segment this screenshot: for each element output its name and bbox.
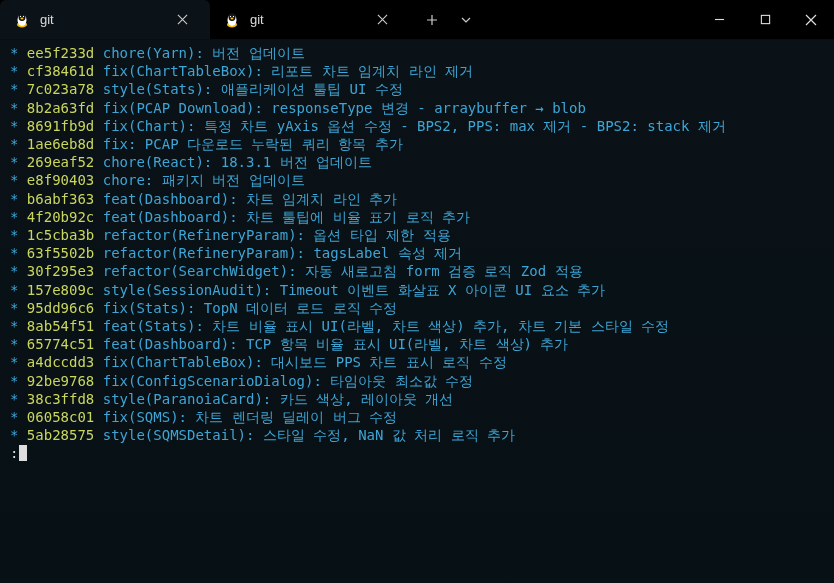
git-log-line: *: [10, 263, 27, 279]
commit-message: chore: 패키지 버전 업데이트: [94, 172, 304, 188]
svg-rect-12: [761, 15, 769, 23]
commit-hash: 63f5502b: [27, 245, 94, 261]
close-button[interactable]: [788, 0, 834, 40]
svg-point-10: [233, 15, 234, 16]
tab-strip: git git: [0, 0, 696, 39]
git-log-line: *: [10, 118, 27, 134]
maximize-button[interactable]: [742, 0, 788, 40]
commit-message: style(Stats): 애플리케이션 툴팁 UI 수정: [94, 81, 403, 97]
commit-message: refactor(SearchWidget): 자동 새로고침 form 검증 …: [94, 263, 582, 279]
tab-actions: [410, 0, 482, 39]
tux-icon: [14, 12, 30, 28]
commit-message: refactor(RefineryParam): 옵션 타입 제한 적용: [94, 227, 450, 243]
minimize-button[interactable]: [696, 0, 742, 40]
svg-point-3: [20, 15, 21, 16]
commit-hash: a4dccdd3: [27, 354, 94, 370]
commit-message: refactor(RefineryParam): tagsLabel 속성 제거: [94, 245, 462, 261]
git-log-line: *: [10, 45, 27, 61]
commit-message: style(ParanoiaCard): 카드 색상, 레이아웃 개선: [94, 391, 453, 407]
commit-hash: 7c023a78: [27, 81, 94, 97]
commit-hash: 95dd96c6: [27, 300, 94, 316]
git-log-line: *: [10, 227, 27, 243]
commit-message: fix(SQMS): 차트 렌더링 딜레이 버그 수정: [94, 409, 397, 425]
git-log-line: *: [10, 391, 27, 407]
commit-message: feat(Stats): 차트 비율 표시 UI(라벨, 차트 색상) 추가, …: [94, 318, 669, 334]
tab-title: git: [250, 12, 264, 27]
commit-hash: b6abf363: [27, 191, 94, 207]
new-tab-button[interactable]: [416, 4, 448, 36]
commit-hash: 1ae6eb8d: [27, 136, 94, 152]
commit-message: feat(Dashboard): TCP 항목 비율 표시 UI(라벨, 차트 …: [94, 336, 568, 352]
close-icon[interactable]: [368, 6, 396, 34]
tux-icon: [224, 12, 240, 28]
commit-message: feat(Dashboard): 차트 툴팁에 비율 표기 로직 추가: [94, 209, 470, 225]
git-log-line: *: [10, 154, 27, 170]
tab-git-active[interactable]: git: [0, 0, 210, 39]
commit-hash: 8b2a63fd: [27, 100, 94, 116]
svg-point-9: [230, 15, 231, 16]
git-log-line: *: [10, 354, 27, 370]
commit-hash: 06058c01: [27, 409, 94, 425]
commit-hash: 8ab54f51: [27, 318, 94, 334]
git-log-line: *: [10, 81, 27, 97]
commit-message: fix(Chart): 특정 차트 yAxis 옵션 수정 - BPS2, PP…: [94, 118, 726, 134]
terminal-output[interactable]: * ee5f233d chore(Yarn): 버전 업데이트 * cf3846…: [0, 40, 834, 583]
tab-dropdown-button[interactable]: [450, 4, 482, 36]
svg-point-5: [21, 17, 24, 19]
commit-hash: 5ab28575: [27, 427, 94, 443]
git-log-line: *: [10, 427, 27, 443]
pager-prompt: :: [10, 445, 18, 461]
commit-hash: 92be9768: [27, 373, 94, 389]
commit-hash: 4f20b92c: [27, 209, 94, 225]
commit-message: fix(ChartTableBox): 대시보드 PPS 차트 표시 로직 수정: [94, 354, 506, 370]
commit-message: chore(React): 18.3.1 버전 업데이트: [94, 154, 372, 170]
git-log-line: *: [10, 300, 27, 316]
commit-hash: e8f90403: [27, 172, 94, 188]
tab-title: git: [40, 12, 54, 27]
commit-message: fix: PCAP 다운로드 누락된 쿼리 항목 추가: [94, 136, 402, 152]
git-log-line: *: [10, 245, 27, 261]
git-log-line: *: [10, 282, 27, 298]
svg-point-4: [23, 15, 24, 16]
commit-hash: 38c3ffd8: [27, 391, 94, 407]
commit-message: fix(Stats): TopN 데이터 로드 로직 수정: [94, 300, 397, 316]
commit-hash: 1c5cba3b: [27, 227, 94, 243]
titlebar: git git: [0, 0, 834, 40]
commit-hash: ee5f233d: [27, 45, 94, 61]
svg-point-11: [231, 17, 234, 19]
tab-git-inactive[interactable]: git: [210, 0, 410, 39]
cursor: [19, 445, 27, 461]
commit-hash: 269eaf52: [27, 154, 94, 170]
git-log-line: *: [10, 191, 27, 207]
svg-point-2: [19, 13, 26, 21]
commit-message: style(SessionAudit): Timeout 이벤트 화살표 X 아…: [94, 282, 605, 298]
commit-hash: 65774c51: [27, 336, 94, 352]
close-icon[interactable]: [168, 6, 196, 34]
git-log-line: *: [10, 373, 27, 389]
git-log-line: *: [10, 409, 27, 425]
git-log-line: *: [10, 100, 27, 116]
git-log-line: *: [10, 136, 27, 152]
window-controls: [696, 0, 834, 40]
commit-hash: 30f295e3: [27, 263, 94, 279]
svg-point-8: [229, 13, 236, 21]
commit-hash: cf38461d: [27, 63, 94, 79]
commit-message: style(SQMSDetail): 스타일 수정, NaN 값 처리 로직 추…: [94, 427, 515, 443]
commit-message: fix(ConfigScenarioDialog): 타임아웃 최소값 수정: [94, 373, 473, 389]
commit-message: feat(Dashboard): 차트 임계치 라인 추가: [94, 191, 397, 207]
git-log-line: *: [10, 63, 27, 79]
commit-message: fix(PCAP Download): responseType 변경 - ar…: [94, 100, 586, 116]
git-log-line: *: [10, 318, 27, 334]
commit-message: chore(Yarn): 버전 업데이트: [94, 45, 304, 61]
git-log-line: *: [10, 336, 27, 352]
commit-hash: 157e809c: [27, 282, 94, 298]
git-log-line: *: [10, 209, 27, 225]
git-log-line: *: [10, 172, 27, 188]
commit-message: fix(ChartTableBox): 리포트 차트 임계치 라인 제거: [94, 63, 473, 79]
commit-hash: 8691fb9d: [27, 118, 94, 134]
